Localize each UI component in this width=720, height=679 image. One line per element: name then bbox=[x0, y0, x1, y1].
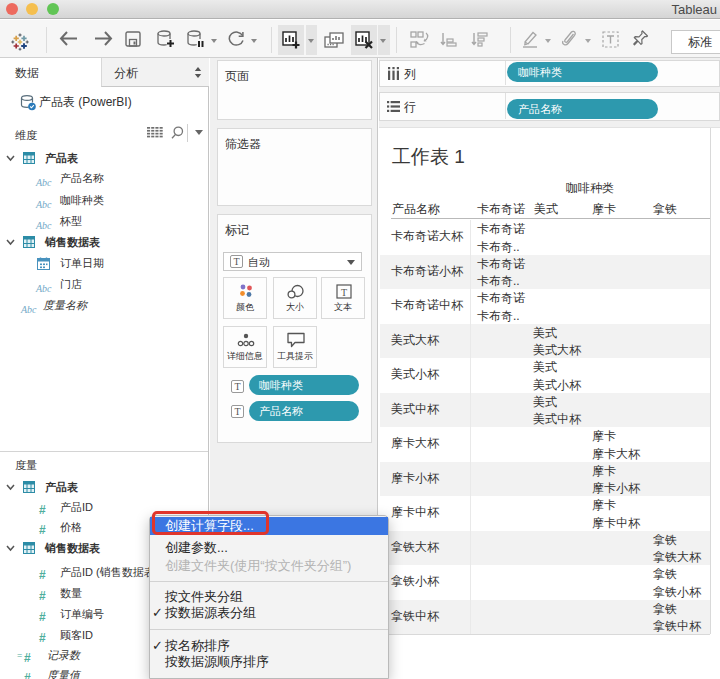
svg-text:T: T bbox=[341, 287, 347, 298]
